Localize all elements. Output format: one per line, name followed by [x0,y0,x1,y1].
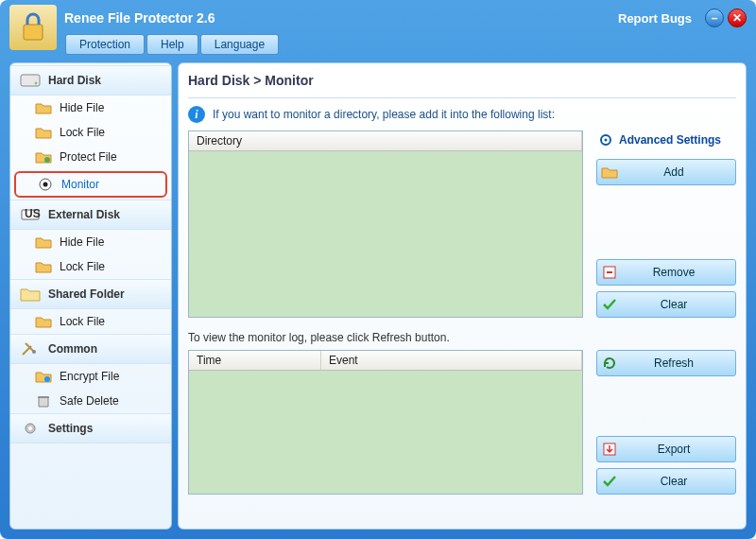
sidebar-item-shared-lock-file[interactable]: Lock File [10,309,171,334]
button-label: Clear [622,298,735,311]
svg-point-13 [605,139,608,142]
folder-lock-icon [35,259,52,274]
minimize-button[interactable]: – [705,9,724,27]
remove-icon [597,265,622,280]
sidebar-item-safe-delete[interactable]: Safe Delete [10,389,171,413]
sidebar-header-hard-disk[interactable]: Hard Disk [10,65,171,96]
sidebar-header-label: Hard Disk [48,74,101,87]
advanced-settings-label: Advanced Settings [619,133,721,147]
folder-shield-icon [35,235,52,250]
log-buttons: Refresh Export Clear [596,350,736,495]
sidebar-header-shared-folder[interactable]: Shared Folder [10,279,171,309]
spacer [596,382,736,430]
sidebar-item-label: Safe Delete [60,394,119,408]
check-icon [597,474,622,489]
log-tbody[interactable] [189,371,582,494]
sidebar-header-common[interactable]: Common [10,334,171,364]
svg-text:USB: USB [25,207,41,220]
export-button[interactable]: Export [596,436,736,462]
svg-point-2 [35,82,38,85]
app-logo [9,5,57,50]
gear-icon [20,420,41,437]
hint-row: i If you want to monitor a directory, pl… [188,106,736,123]
upper-row: Directory Advanced Settings Add [188,130,736,318]
sidebar-header-label: Shared Folder [48,287,125,301]
hint-text: If you want to monitor a directory, plea… [213,108,555,121]
directory-tbody[interactable] [189,151,582,317]
sidebar-item-label: Encrypt File [60,370,119,383]
button-label: Clear [622,475,735,488]
sidebar-item-label: Monitor [61,178,99,191]
directory-table[interactable]: Directory [188,130,583,318]
sidebar-item-hide-file[interactable]: Hide File [10,96,171,120]
sidebar-item-label: Lock File [60,315,105,328]
sidebar-item-encrypt-file[interactable]: Encrypt File [10,364,171,389]
menu-protection[interactable]: Protection [65,34,145,55]
spacer [596,191,736,253]
log-note: To view the monitor log, please click Re… [188,331,736,344]
hard-disk-icon [20,72,41,89]
sidebar-item-protect-file[interactable]: Protect File [10,145,171,169]
directory-panel: Directory [188,130,583,318]
clear-dir-button[interactable]: Clear [596,291,736,318]
table-header: Time Event [189,351,582,371]
main-panel: Hard Disk > Monitor i If you want to mon… [178,62,747,530]
trash-icon [35,393,52,409]
folder-protect-icon [35,149,52,165]
sidebar-item-monitor[interactable]: Monitor [14,171,167,198]
clear-log-button[interactable]: Clear [596,468,736,495]
svg-point-8 [32,350,36,354]
button-label: Remove [622,266,735,279]
sidebar-header-label: External Disk [48,208,120,221]
svg-point-9 [44,376,50,382]
log-panel: Time Event [188,350,583,495]
lower-row: Time Event Refresh Export [188,350,736,495]
monitor-icon [37,177,54,192]
sidebar-item-label: Lock File [60,126,105,139]
report-bugs-link[interactable]: Report Bugs [618,11,692,26]
button-label: Refresh [622,356,735,370]
sidebar-header-external-disk[interactable]: USB External Disk [10,200,171,230]
sidebar-header-label: Settings [48,422,93,435]
menu-help[interactable]: Help [146,34,198,55]
column-event[interactable]: Event [321,351,582,370]
lock-icon [20,11,46,43]
titlebar: Renee File Protector 2.6 Report Bugs – ✕ [4,4,752,32]
sidebar-header-settings[interactable]: Settings [10,413,171,443]
sidebar-item-label: Hide File [60,235,104,249]
sidebar-item-ext-lock-file[interactable]: Lock File [10,254,171,279]
table-header: Directory [189,131,582,151]
info-icon: i [188,106,205,123]
shared-folder-icon [20,286,41,303]
svg-point-11 [28,426,32,430]
sidebar-item-ext-hide-file[interactable]: Hide File [10,230,171,254]
folder-encrypt-icon [35,369,52,384]
app-title: Renee File Protector 2.6 [64,10,618,26]
refresh-button[interactable]: Refresh [596,350,736,376]
advanced-settings-link[interactable]: Advanced Settings [596,130,736,153]
refresh-icon [597,356,622,371]
log-table[interactable]: Time Event [188,350,583,495]
directory-buttons: Advanced Settings Add Remove Clear [596,130,736,318]
column-directory[interactable]: Directory [189,131,582,150]
sidebar: Hard Disk Hide File Lock File Protect Fi… [9,62,172,530]
folder-add-icon [597,165,622,180]
close-button[interactable]: ✕ [728,9,747,27]
folder-lock-icon [35,125,52,140]
remove-button[interactable]: Remove [596,259,736,286]
column-time[interactable]: Time [189,351,321,370]
gear-icon [598,132,613,148]
svg-rect-1 [21,75,40,86]
menu-language[interactable]: Language [200,34,279,55]
add-button[interactable]: Add [596,159,736,185]
sidebar-item-label: Protect File [60,150,117,164]
sidebar-item-label: Hide File [60,101,104,114]
sidebar-item-label: Lock File [60,260,105,273]
sidebar-item-lock-file[interactable]: Lock File [10,120,171,145]
button-label: Add [622,165,735,179]
svg-rect-0 [24,25,43,40]
sidebar-header-label: Common [48,342,97,356]
folder-lock-icon [35,314,52,329]
svg-point-3 [44,157,50,163]
button-label: Export [622,443,735,456]
